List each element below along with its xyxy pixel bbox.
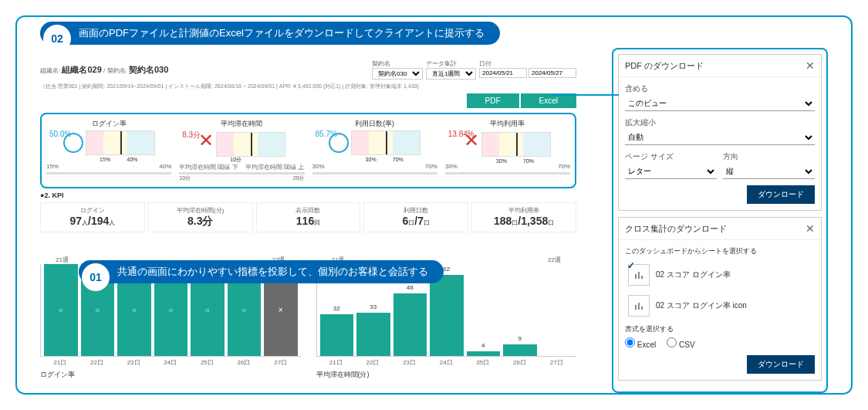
callout-01: 01 共通の画面にわかりやすい指標を投影して、個別のお客様と会話する — [79, 260, 444, 283]
x-tick: 27日 — [264, 358, 298, 367]
bar-value: 48 — [407, 284, 414, 291]
filter-range-select[interactable]: 直近1週間 — [426, 68, 476, 80]
format-csv-radio[interactable]: CSV — [667, 337, 694, 349]
kpi-value: 97人/194人 — [44, 215, 141, 227]
x-tick: 21日 — [43, 358, 77, 367]
download-panels: PDF のダウンロード ✕ 含める このビュー 拡大縮小 自動 ページ サイズ … — [612, 48, 828, 393]
gauge-tick: 15% — [100, 157, 110, 162]
x-tick: 22日 — [80, 358, 114, 367]
select-sheet-label: このダッシュボードからシートを選択する — [625, 246, 815, 256]
svg-rect-1 — [638, 272, 640, 279]
score-cell: ログイン率 50.0% 15%40% — [46, 119, 171, 155]
filter-date-to[interactable] — [529, 68, 576, 78]
score-percent: 13.84% — [448, 130, 475, 138]
format-excel-radio[interactable]: Excel — [625, 337, 656, 349]
x-tick: 25日 — [466, 358, 500, 367]
score-title: ログイン率 — [46, 119, 171, 129]
score-title: 平均利用率 — [445, 119, 570, 129]
close-icon[interactable]: ✕ — [806, 222, 815, 235]
week-label: 22週 — [548, 256, 561, 264]
svg-rect-2 — [641, 276, 643, 279]
include-select[interactable]: このビュー — [625, 96, 815, 111]
chart-bar[interactable]: ○ — [44, 264, 78, 356]
contract-name: 契約名030 — [129, 65, 168, 74]
svg-rect-3 — [635, 305, 637, 310]
filter-date-label: 日付 — [479, 59, 576, 68]
scale-select[interactable]: 自動 — [625, 130, 815, 145]
x-tick: 24日 — [429, 358, 463, 367]
pdf-button[interactable]: PDF — [467, 93, 519, 108]
threshold-slider[interactable]: 30%70% — [445, 166, 570, 182]
size-select[interactable]: レター — [625, 164, 717, 179]
bar-mark-icon: ○ — [95, 306, 100, 314]
score-gauge: 30%70% — [351, 130, 420, 155]
score-percent: 8.3分 — [182, 130, 201, 141]
close-icon[interactable]: ✕ — [806, 59, 815, 72]
crosstab-download-button[interactable]: ダウンロード — [747, 355, 815, 374]
x-tick: 23日 — [393, 358, 427, 367]
threshold-slider[interactable]: 平均滞在時間 閾値 下平均滞在時間 閾値 上10分20分 — [179, 166, 304, 182]
chart-title: 平均滞在時間(分) — [316, 370, 577, 380]
kpi-value: 188日/1,358日 — [475, 215, 572, 227]
download-buttons: PDF Excel — [40, 93, 576, 108]
bar-value: 32 — [333, 305, 340, 312]
chart-bar[interactable] — [540, 355, 574, 356]
sheet-name: 02 スコア ログイン率 icon — [656, 300, 747, 311]
callout-02: 02 画面のPDFファイルと計測値のExcelファイルをダウンロードしてクライア… — [40, 22, 500, 45]
gauge-tick: 70% — [393, 157, 404, 162]
chart-bar[interactable]: 33 — [356, 313, 390, 356]
score-cell: 平均滞在時間 8.3分 ✕ 10分 — [179, 119, 304, 157]
include-label: 含める — [625, 83, 815, 94]
kpi-cell: 平均滞在時間(分)8.3分 — [148, 202, 253, 232]
kpi-value: 8.3分 — [152, 215, 249, 229]
threshold-slider[interactable]: 30%70% — [312, 166, 437, 182]
filter-range: データ集計 直近1週間 — [426, 59, 476, 80]
crosstab-panel-title: クロス集計のダウンロード — [625, 223, 727, 235]
kpi-value: 6日/7日 — [367, 215, 464, 227]
score-percent: 85.7% — [316, 130, 337, 138]
bar-mark-icon: ○ — [168, 306, 173, 314]
kpi-cell: ログイン97人/194人 — [40, 202, 145, 232]
svg-rect-5 — [641, 307, 643, 310]
filter-contract-select[interactable]: 契約名030 — [372, 68, 423, 80]
pdf-download-button[interactable]: ダウンロード — [747, 185, 815, 204]
kpi-value: 116回 — [260, 215, 357, 227]
kpi-cell: 利用日数6日/7日 — [363, 202, 468, 232]
bar-value: 4 — [481, 342, 485, 349]
sheet-item[interactable]: 02 スコア ログイン率 icon — [625, 292, 815, 320]
format-excel-label: Excel — [637, 341, 656, 349]
bar-mark-icon: ○ — [59, 306, 63, 314]
format-csv-label: CSV — [679, 341, 695, 349]
gauge-tick: 30% — [496, 158, 507, 164]
orient-select[interactable]: 縦 — [723, 164, 815, 179]
score-gauge: 10分 — [216, 132, 285, 157]
chart-bar[interactable]: 9 — [503, 344, 537, 356]
bar-mark-icon: ○ — [132, 306, 137, 314]
score-percent: 50.0% — [49, 130, 71, 138]
chart-bar[interactable]: 4 — [467, 351, 501, 357]
chart-bar[interactable]: 48 — [393, 293, 427, 357]
app-frame: 02 画面のPDFファイルと計測値のExcelファイルをダウンロードしてクライア… — [15, 15, 853, 395]
sheet-name: 02 スコア ログイン率 — [656, 269, 731, 280]
pdf-panel-title: PDF のダウンロード — [625, 60, 704, 72]
kpi-cell: 表示回数116回 — [256, 202, 361, 232]
filter-date-from[interactable] — [479, 68, 527, 78]
pdf-download-panel: PDF のダウンロード ✕ 含める このビュー 拡大縮小 自動 ページ サイズ … — [618, 54, 822, 211]
callout-02-text: 画面のPDFファイルと計測値のExcelファイルをダウンロードしてクライアントに… — [79, 26, 485, 40]
org-name: 組織名029 — [62, 65, 101, 74]
threshold-slider[interactable]: 15%40% — [46, 166, 171, 182]
contract-label: / 契約名: — [103, 67, 127, 74]
x-tick: 27日 — [539, 358, 573, 367]
sheet-item[interactable]: 02 スコア ログイン率 — [625, 261, 815, 289]
size-label: ページ サイズ — [625, 151, 717, 162]
score-title: 利用日数(率) — [312, 119, 437, 129]
kpi-label: 平均利用率 — [475, 206, 572, 215]
chart-bar[interactable]: 62 — [430, 275, 464, 356]
bar-value: 9 — [518, 335, 522, 342]
score-gauge: 30%70% — [481, 132, 551, 157]
breadcrumb: 組織名: 組織名029 / 契約名: 契約名030 — [40, 64, 168, 76]
orient-label: 方向 — [723, 151, 815, 162]
bar-value: 33 — [370, 303, 377, 310]
chart-bar[interactable]: 32 — [320, 314, 354, 356]
dashboard: 組織名: 組織名029 / 契約名: 契約名030 契約名 契約名030 データ… — [40, 59, 576, 380]
